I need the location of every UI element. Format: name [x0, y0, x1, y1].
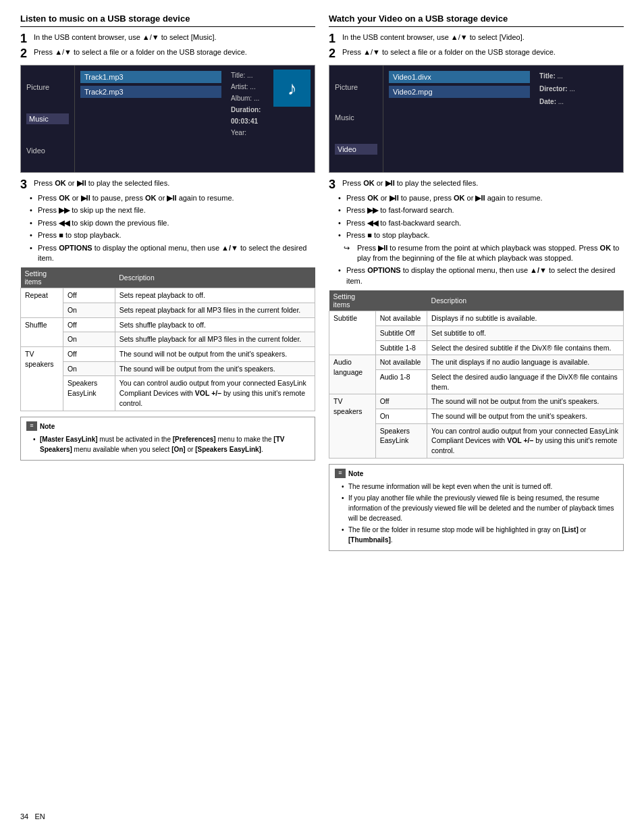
- left-tvspeakers-label: TV speakers: [21, 347, 63, 411]
- left-step2-text: Press ▲/▼ to select a file or a folder o…: [34, 47, 247, 57]
- video-title-field: Title: ...: [539, 70, 619, 82]
- left-repeat-label: Repeat: [21, 288, 63, 317]
- left-repeat-off-desc: Sets repeat playback to off.: [115, 288, 315, 303]
- right-tvspeakers-easylink: Speakers EasyLink: [375, 423, 427, 458]
- sidebar-music[interactable]: Music: [26, 113, 69, 124]
- right-audiolang-label: Audio language: [329, 355, 376, 394]
- right-subtitle-off-desc: Set subtitle to off.: [427, 325, 624, 340]
- left-note-box: ≡ Note [Master EasyLink] must be activat…: [20, 417, 315, 461]
- right-sidebar-video[interactable]: Video: [335, 144, 377, 155]
- left-step1-text: In the USB content browser, use ▲/▼ to s…: [34, 32, 217, 43]
- right-sidebar-picture[interactable]: Picture: [335, 83, 377, 91]
- right-table-header-desc: Description: [427, 290, 624, 311]
- right-subtitle-notavailable: Not available: [375, 311, 427, 326]
- video-file-1[interactable]: Video1.divx: [389, 71, 530, 83]
- left-table-header-setting: Setting items: [21, 267, 63, 288]
- music-browser-sidebar: Picture Music Video: [21, 66, 75, 172]
- left-shuffle-on-desc: Sets shuffle playback for all MP3 files …: [115, 332, 315, 347]
- video-browser-box: Picture Music Video Video1.divx Video2.m…: [329, 65, 624, 173]
- right-bullet-4: Press ■ to stop playback.: [338, 230, 624, 240]
- left-bullet-4: Press ■ to stop playback.: [30, 230, 315, 240]
- right-bullet-list: Press OK or ▶II to pause, press OK or ▶I…: [338, 193, 624, 286]
- music-note-symbol: ♪: [288, 72, 297, 105]
- right-title: Watch your Video on a USB storage device: [329, 14, 624, 27]
- step-number-2: 2: [20, 47, 30, 59]
- right-tvspeakers-on: On: [375, 409, 427, 423]
- left-bullet-list: Press OK or ▶II to pause, press OK or ▶I…: [30, 193, 315, 263]
- video-info-panel: Title: ... Director: ... Date: ...: [535, 66, 623, 172]
- video-file-2[interactable]: Video2.mpg: [389, 86, 530, 98]
- video-file-list: Video1.divx Video2.mpg: [383, 66, 535, 172]
- left-table-header-value: [63, 267, 115, 288]
- left-bullet-3: Press ◀◀ to skip down the previous file.: [30, 218, 315, 228]
- left-bullet-1: Press OK or ▶II to pause, press OK or ▶I…: [30, 193, 315, 203]
- table-row: On The sound will be output from the uni…: [21, 361, 315, 376]
- left-table-header-desc: Description: [115, 267, 315, 288]
- right-step3: 3 Press OK or ▶II to play the selected f…: [329, 178, 624, 190]
- left-tvspeakers-off: Off: [63, 347, 115, 362]
- music-file-2[interactable]: Track2.mp3: [80, 86, 221, 98]
- step-number-1: 1: [20, 32, 30, 45]
- right-audiolang-notavailable: Not available: [375, 355, 427, 370]
- left-repeat-on-desc: Sets repeat playback for all MP3 files i…: [115, 303, 315, 318]
- left-shuffle-off: Off: [63, 317, 115, 332]
- sidebar-video[interactable]: Video: [26, 147, 69, 155]
- right-step-number-3: 3: [329, 178, 338, 190]
- left-note-item-1: [Master EasyLink] must be activated in t…: [33, 434, 309, 454]
- music-year-field: Year:: [231, 127, 311, 138]
- right-bullet-1: Press OK or ▶II to pause, press OK or ▶I…: [338, 193, 624, 203]
- left-repeat-off: Off: [63, 288, 115, 303]
- right-note-box: ≡ Note The resume information will be ke…: [329, 464, 624, 551]
- right-note-header: ≡ Note: [335, 469, 618, 479]
- right-audiolang-notavailable-desc: The unit displays if no audio language i…: [427, 355, 624, 370]
- left-step2: 2 Press ▲/▼ to select a file or a folder…: [20, 47, 315, 59]
- table-row: On Sets repeat playback for all MP3 file…: [21, 303, 315, 318]
- music-info-panel: ♪ Title: ... Artist: ... Album: ... Dura…: [227, 66, 315, 172]
- right-subtitle-notavailable-desc: Displays if no subtitle is available.: [427, 311, 624, 326]
- music-note-icon: ♪: [273, 70, 311, 107]
- right-bullet-5: Press OPTIONS to display the optional me…: [338, 265, 624, 286]
- right-audiolang-1-8: Audio 1-8: [375, 369, 427, 394]
- left-tvspeakers-on: On: [63, 361, 115, 376]
- table-row: On Sets shuffle playback for all MP3 fil…: [21, 332, 315, 347]
- right-tvspeakers-easylink-desc: You can control audio output from your c…: [427, 423, 624, 458]
- right-step-number-2: 2: [329, 47, 338, 59]
- left-title: Listen to music on a USB storage device: [20, 14, 315, 27]
- right-column: Watch your Video on a USB storage device…: [329, 14, 624, 551]
- right-bullet-4-sub: Press ▶II to resume from the point at wh…: [344, 243, 624, 264]
- table-row: Repeat Off Sets repeat playback to off.: [21, 288, 315, 303]
- page-number: 34: [20, 812, 28, 820]
- right-step2: 2 Press ▲/▼ to select a file or a folder…: [329, 47, 624, 59]
- music-browser-box: Picture Music Video Track1.mp3 Track2.mp…: [20, 65, 315, 173]
- right-settings-table: Setting items Description Subtitle Not a…: [329, 290, 624, 459]
- left-tvspeakers-on-desc: The sound will be output from the unit's…: [115, 361, 315, 376]
- right-step-number-1: 1: [329, 32, 338, 45]
- table-row: Audio language Not available The unit di…: [329, 355, 624, 370]
- right-note-icon: ≡: [335, 469, 346, 478]
- video-browser-sidebar: Picture Music Video: [329, 66, 383, 172]
- left-note-label: Note: [40, 421, 55, 432]
- left-step3-text: Press OK or ▶II to play the selected fil…: [34, 178, 169, 188]
- right-step2-text: Press ▲/▼ to select a file or a folder o…: [342, 47, 556, 57]
- right-note-item-2: If you play another file while the previ…: [342, 493, 618, 523]
- right-table-header-setting: Setting items: [329, 290, 376, 311]
- right-tvspeakers-off-desc: The sound will not be output from the un…: [427, 394, 624, 409]
- right-subtitle-1-8: Subtitle 1-8: [375, 340, 427, 355]
- music-file-1[interactable]: Track1.mp3: [80, 71, 221, 83]
- left-note-header: ≡ Note: [26, 421, 309, 432]
- left-column: Listen to music on a USB storage device …: [20, 14, 315, 551]
- table-row: TV speakers Off The sound will not be ou…: [329, 394, 624, 409]
- right-note-list: The resume information will be kept even…: [335, 481, 618, 545]
- left-shuffle-label: Shuffle: [21, 317, 63, 346]
- left-bullet-5: Press OPTIONS to display the optional me…: [30, 243, 315, 264]
- right-tvspeakers-off: Off: [375, 394, 427, 409]
- left-shuffle-on: On: [63, 332, 115, 347]
- right-subtitle-label: Subtitle: [329, 311, 376, 355]
- sidebar-picture[interactable]: Picture: [26, 83, 69, 91]
- right-sidebar-music[interactable]: Music: [335, 113, 377, 122]
- left-step3: 3 Press OK or ▶II to play the selected f…: [20, 178, 315, 190]
- right-note-item-3: The file or the folder in resume stop mo…: [342, 525, 618, 545]
- right-note-item-1: The resume information will be kept even…: [342, 481, 618, 492]
- music-duration-field: Duration: 00:03:41: [231, 104, 311, 127]
- right-note-label: Note: [348, 469, 363, 479]
